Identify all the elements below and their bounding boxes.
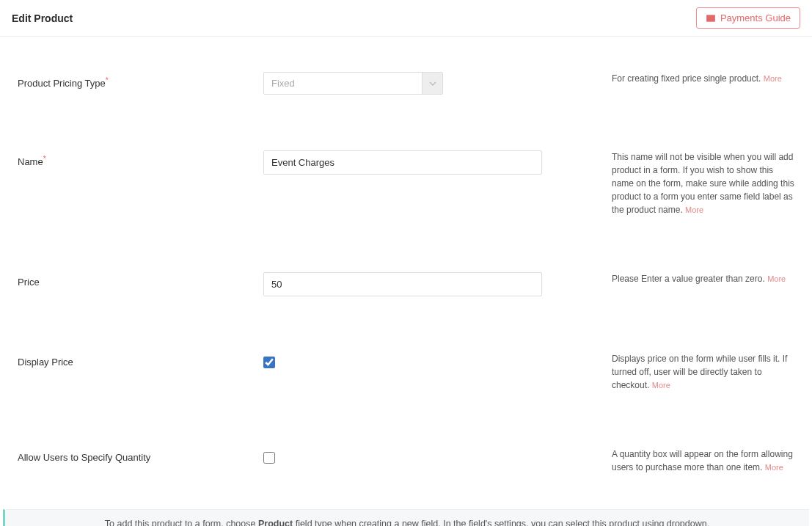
info-bar: To add this product to a form, choose Pr… [3, 509, 809, 526]
help-text: For creating fixed price single product. [612, 73, 761, 84]
chevron-down-icon [422, 73, 442, 94]
label-allow-qty: Allow Users to Specify Quantity [18, 448, 263, 463]
row-pricing-type: Product Pricing Type* Fixed For creating… [18, 44, 794, 123]
page-header: Edit Product Payments Guide [0, 0, 812, 37]
allow-qty-checkbox[interactable] [263, 452, 275, 464]
more-link[interactable]: More [765, 463, 783, 472]
info-prefix: To add this product to a form, choose [105, 519, 258, 526]
more-link[interactable]: More [685, 205, 703, 214]
help-name: This name will not be visible when you w… [542, 150, 794, 216]
help-allow-qty: A quantity box will appear on the form a… [542, 448, 794, 474]
row-display-price: Display Price Displays price on the form… [18, 324, 794, 420]
more-link[interactable]: More [767, 274, 786, 283]
label-text: Price [18, 277, 40, 288]
label-name: Name* [18, 150, 263, 167]
help-pricing-type: For creating fixed price single product.… [542, 72, 794, 85]
help-display-price: Displays price on the form while user fi… [542, 352, 794, 392]
info-suffix: field type when creating a new field. In… [293, 519, 709, 526]
label-text: Allow Users to Specify Quantity [18, 452, 150, 463]
label-price: Price [18, 272, 263, 288]
required-star: * [106, 76, 109, 84]
row-price: Price Please Enter a value greater than … [18, 244, 794, 324]
payments-guide-label: Payments Guide [720, 12, 791, 23]
price-input[interactable] [263, 272, 542, 296]
display-price-checkbox[interactable] [263, 357, 275, 368]
more-link[interactable]: More [764, 74, 782, 83]
page-title: Edit Product [12, 12, 73, 24]
label-pricing-type: Product Pricing Type* [18, 72, 263, 89]
svg-rect-0 [707, 15, 715, 21]
row-allow-qty: Allow Users to Specify Quantity A quanti… [18, 420, 794, 502]
more-link[interactable]: More [652, 381, 670, 390]
label-display-price: Display Price [18, 352, 263, 368]
label-text: Name [18, 156, 43, 167]
required-star: * [43, 155, 46, 163]
select-value: Fixed [271, 78, 295, 89]
payments-guide-button[interactable]: Payments Guide [696, 7, 800, 29]
help-text: Please Enter a value greater than zero. [612, 274, 765, 284]
guide-icon [706, 13, 716, 23]
info-bold: Product [258, 519, 293, 526]
pricing-type-select[interactable]: Fixed [263, 72, 443, 95]
label-text: Product Pricing Type [18, 78, 106, 89]
form-body: Product Pricing Type* Fixed For creating… [0, 37, 812, 502]
help-price: Please Enter a value greater than zero. … [542, 272, 794, 285]
name-input[interactable] [263, 150, 542, 175]
help-text: Displays price on the form while user fi… [612, 354, 787, 390]
row-name: Name* This name will not be visible when… [18, 123, 794, 244]
label-text: Display Price [18, 357, 73, 368]
